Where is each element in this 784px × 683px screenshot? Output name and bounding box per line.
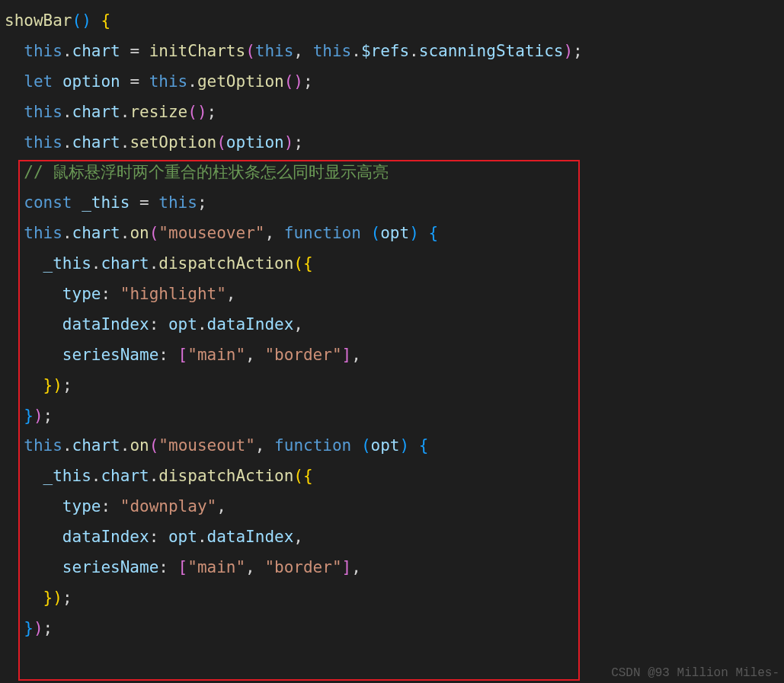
code-editor[interactable]: showBar() { this.chart = initCharts(this…	[0, 0, 784, 644]
comment: // 鼠标悬浮时两个重合的柱状条怎么同时显示高亮	[24, 163, 389, 181]
function-name: showBar	[5, 11, 72, 30]
watermark: CSDN @93 Million Miles-	[611, 666, 779, 680]
